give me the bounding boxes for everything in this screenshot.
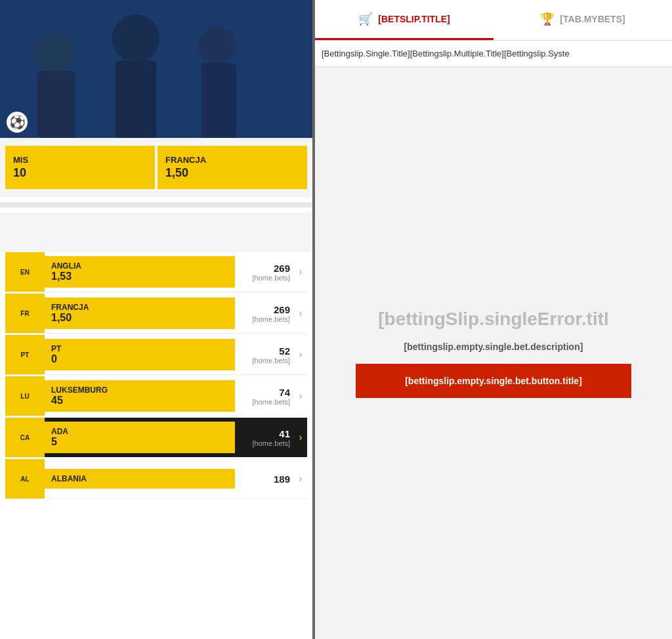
- mis-team-name: MIS: [13, 155, 28, 165]
- mis-bet-button[interactable]: MIS 10: [5, 146, 155, 189]
- bet-count: 269: [274, 304, 290, 315]
- table-row: PT PT 0 52 [home.bets] ›: [5, 335, 307, 375]
- error-description: [bettingslip.empty.single.bet.descriptio…: [404, 342, 583, 352]
- home-bets-label: [home.bets]: [253, 398, 290, 406]
- table-row: CA ADA 5 41 [home.bets] ›: [5, 418, 307, 458]
- tabs-header: 🛒 [BETSLIP.TITLE] 🏆 [TAB.MYBETS]: [315, 0, 672, 41]
- error-action-button[interactable]: [bettingslip.empty.single.bet.button.tit…: [356, 364, 631, 398]
- chevron-right-icon[interactable]: ›: [294, 294, 307, 333]
- soccer-ball-icon: ⚽: [7, 112, 28, 133]
- match-right-anglia: 269 [home.bets]: [235, 257, 294, 287]
- match-flag-albania: AL: [5, 459, 45, 498]
- match-info-ada: ADA 5: [45, 422, 235, 453]
- francja-odds: 1,50: [165, 166, 188, 180]
- table-row: FR FRANCJA 1,50 269 [home.bets] ›: [5, 294, 307, 334]
- error-title: [bettingSlip.singleError.titl: [378, 309, 609, 330]
- bet-count: 52: [279, 345, 290, 357]
- match-score: 1,53: [51, 271, 228, 282]
- francja-team-name: FRANCJA: [165, 155, 206, 165]
- match-right-albania: 189: [235, 468, 294, 490]
- tab-mybets[interactable]: 🏆 [TAB.MYBETS]: [494, 0, 672, 40]
- home-bets-label: [home.bets]: [253, 439, 290, 447]
- francja-bet-button[interactable]: FRANCJA 1,50: [158, 146, 307, 189]
- match-flag-pt: PT: [5, 335, 45, 374]
- betslip-tab-label: [BETSLIP.TITLE]: [378, 14, 450, 24]
- match-country: ALBANIA: [51, 474, 228, 483]
- tab-betslip[interactable]: 🛒 [BETSLIP.TITLE]: [315, 0, 494, 40]
- match-score: 45: [51, 395, 228, 407]
- match-flag-ada: CA: [5, 418, 45, 457]
- match-right-pt: 52 [home.bets]: [235, 340, 294, 370]
- match-country: FRANCJA: [51, 303, 228, 312]
- bet-count: 189: [274, 474, 290, 485]
- match-score: 0: [51, 353, 228, 365]
- sub-tabs-text: [Bettingslip.Single.Title][Bettingslip.M…: [322, 49, 570, 58]
- match-score: 5: [51, 436, 228, 448]
- match-info-luksemburg: LUKSEMBURG 45: [45, 380, 235, 412]
- mis-francja-row: MIS 10 FRANCJA 1,50: [0, 146, 312, 189]
- match-country: PT: [51, 344, 228, 353]
- match-flag-anglia: EN: [5, 252, 45, 292]
- divider: [0, 202, 312, 208]
- bet-count: 41: [279, 428, 290, 439]
- match-info-anglia: ANGLIA 1,53: [45, 256, 235, 288]
- section-gap: [0, 213, 312, 252]
- chevron-right-icon[interactable]: ›: [294, 418, 307, 457]
- chevron-right-icon[interactable]: ›: [294, 376, 307, 416]
- chevron-right-icon[interactable]: ›: [294, 459, 307, 498]
- trophy-icon: 🏆: [540, 12, 555, 26]
- sub-tabs-bar: [Bettingslip.Single.Title][Bettingslip.M…: [315, 41, 672, 67]
- home-bets-label: [home.bets]: [253, 274, 290, 282]
- match-flag-francja: FR: [5, 294, 45, 333]
- match-country: ANGLIA: [51, 261, 228, 271]
- match-info-pt: PT 0: [45, 339, 235, 370]
- bet-count: 269: [274, 263, 290, 274]
- match-right-ada: 41 [home.bets]: [235, 423, 294, 452]
- table-row: AL ALBANIA 189 ›: [5, 459, 307, 499]
- match-country: ADA: [51, 427, 228, 436]
- bet-buttons-section: MIS 10 FRANCJA 1,50: [0, 138, 312, 197]
- bet-count: 74: [279, 387, 290, 398]
- match-info-albania: ALBANIA: [45, 469, 235, 489]
- match-country: LUKSEMBURG: [51, 386, 228, 395]
- chevron-right-icon[interactable]: ›: [294, 335, 307, 374]
- match-score: 1,50: [51, 312, 228, 324]
- cart-icon: 🛒: [358, 12, 373, 26]
- hero-image: ⚽: [0, 0, 312, 138]
- left-panel: ⚽ MIS 10 FRANCJA 1,50 EN ANGLIA 1,53: [0, 0, 315, 639]
- home-bets-label: [home.bets]: [253, 357, 290, 364]
- table-row: LU LUKSEMBURG 45 74 [home.bets] ›: [5, 376, 307, 416]
- mis-odds: 10: [13, 166, 26, 180]
- table-row: EN ANGLIA 1,53 269 [home.bets] ›: [5, 252, 307, 292]
- right-panel: 🛒 [BETSLIP.TITLE] 🏆 [TAB.MYBETS] [Bettin…: [315, 0, 672, 639]
- match-info-francja: FRANCJA 1,50: [45, 297, 235, 329]
- mybets-tab-label: [TAB.MYBETS]: [560, 14, 625, 24]
- chevron-right-icon[interactable]: ›: [294, 252, 307, 292]
- match-right-francja: 269 [home.bets]: [235, 299, 294, 328]
- match-flag-luksemburg: LU: [5, 376, 45, 416]
- home-bets-label: [home.bets]: [253, 315, 290, 323]
- match-list: EN ANGLIA 1,53 269 [home.bets] › FR FRAN…: [0, 252, 312, 499]
- match-right-luksemburg: 74 [home.bets]: [235, 382, 294, 411]
- error-content: [bettingSlip.singleError.titl [bettingsl…: [315, 67, 672, 639]
